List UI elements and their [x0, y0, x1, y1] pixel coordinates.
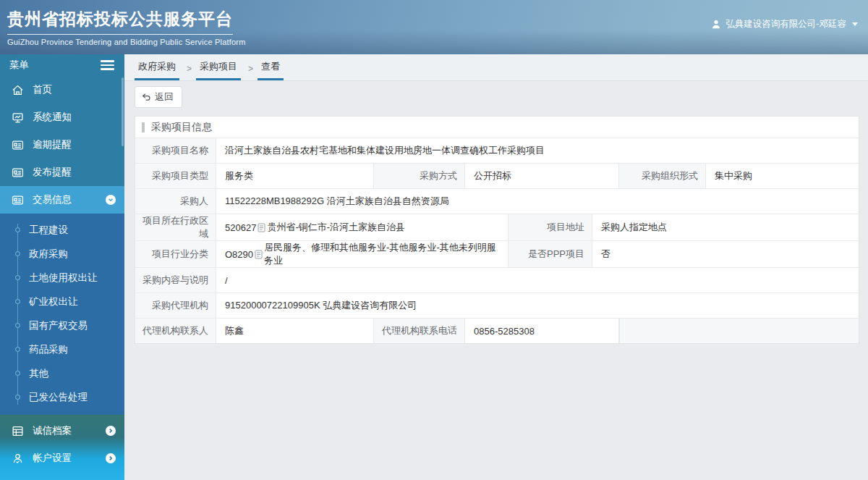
- sidebar: 菜单 首页 系统通知: [0, 54, 124, 480]
- sidebar-item-integrity-archive[interactable]: 诚信档案: [0, 417, 124, 445]
- value-purchase-method: 公开招标: [465, 164, 619, 188]
- label-agency-contact: 代理机构联系人: [135, 319, 216, 343]
- sidebar-subitem-state-property[interactable]: 国有产权交易: [0, 313, 124, 337]
- bullet-icon: [15, 323, 20, 328]
- sidebar-subitem-mining-rights[interactable]: 矿业权出让: [0, 290, 124, 313]
- sidebar-subitem-land-use[interactable]: 土地使用权出让: [0, 266, 124, 290]
- brand: 贵州省招标投标公共服务平台 GuiZhou Province Tendering…: [7, 8, 246, 46]
- panel-title-bar: 采购项目信息: [135, 117, 859, 138]
- chevron-right-circle-icon: [106, 426, 116, 436]
- subitem-label: 土地使用权出让: [29, 271, 98, 285]
- value-content: /: [216, 268, 859, 292]
- value-agency-contact: 陈鑫: [216, 319, 374, 343]
- sidebar-submenu: 工程建设 政府采购 土地使用权出让 矿业权出让 国有产权交易 药品采购 其他 已…: [0, 214, 124, 415]
- breadcrumb-item-procurement-project[interactable]: 采购项目: [196, 60, 241, 80]
- value-agency-phone: 0856-5285308: [465, 319, 619, 343]
- subitem-label: 其他: [29, 367, 48, 380]
- table-row: 项目行业分类 O8290 居民服务、修理和其他服务业-其他服务业-其他未列明服务…: [135, 240, 859, 267]
- sidebar-item-label: 逾期提醒: [33, 138, 116, 151]
- document-icon: [255, 250, 263, 259]
- chevron-right-circle-icon: [106, 453, 116, 463]
- sidebar-item-account-settings[interactable]: 帐户设置: [0, 445, 124, 472]
- sidebar-menu-header: 菜单: [0, 54, 124, 76]
- breadcrumb-item-view[interactable]: 查看: [258, 60, 284, 80]
- sidebar-item-system-notice[interactable]: 系统通知: [0, 104, 124, 131]
- sidebar-item-publish-reminder[interactable]: 发布提醒: [0, 159, 124, 186]
- back-icon: [141, 92, 151, 102]
- breadcrumb-item-gov-procurement[interactable]: 政府采购: [135, 60, 179, 80]
- content-area: 政府采购 > 采购项目 > 查看 返回 采购项目信息: [124, 54, 868, 480]
- sidebar-item-home[interactable]: 首页: [0, 76, 124, 104]
- main-layout: 菜单 首页 系统通知: [0, 54, 868, 480]
- back-button[interactable]: 返回: [135, 86, 182, 108]
- label-is-ppp: 是否PPP项目: [509, 241, 592, 267]
- account-user-icon: [12, 452, 24, 465]
- bullet-icon: [15, 275, 20, 280]
- breadcrumb: 政府采购 > 采购项目 > 查看: [124, 54, 868, 81]
- sidebar-item-label: 系统通知: [33, 111, 116, 124]
- archive-table-icon: [12, 425, 24, 437]
- table-row: 采购代理机构 91520000722109905K 弘典建设咨询有限公司: [135, 292, 859, 318]
- section-marker: [142, 122, 145, 132]
- sidebar-item-label: 帐户设置: [33, 452, 97, 465]
- sidebar-subitem-engineering[interactable]: 工程建设: [0, 218, 124, 242]
- label-purchase-method: 采购方式: [374, 164, 465, 188]
- sidebar-scrollbar[interactable]: [122, 77, 124, 146]
- sidebar-subitem-gov-procurement[interactable]: 政府采购: [0, 242, 124, 266]
- industry-text: 居民服务、修理和其他服务业-其他服务业-其他未列明服务业: [264, 241, 501, 267]
- bullet-icon: [15, 251, 20, 256]
- bullet-icon: [15, 347, 20, 352]
- sidebar-item-label: 发布提醒: [33, 166, 116, 179]
- back-label: 返回: [155, 90, 174, 104]
- empty-cell: [619, 319, 859, 343]
- section-title: 采购项目信息: [151, 121, 212, 134]
- sidebar-item-help-center[interactable]: 帮助中心: [0, 472, 124, 480]
- sidebar-item-transaction-info[interactable]: 交易信息: [0, 186, 124, 214]
- value-org-form: 集中采购: [706, 164, 859, 188]
- sidebar-subitem-published-announcements[interactable]: 已发公告处理: [0, 385, 124, 409]
- subitem-label: 国有产权交易: [29, 319, 88, 332]
- user-name: 弘典建设咨询有限公司-邓廷容: [726, 18, 846, 30]
- breadcrumb-separator: >: [244, 64, 258, 80]
- region-text: 贵州省-铜仁市-沿河土家族自治县: [267, 221, 405, 234]
- label-industry: 项目行业分类: [135, 241, 216, 267]
- table-row: 采购项目名称 沿河土家族自治县农村宅基地和集体建设用地房地一体调查确权工作采购项…: [135, 138, 859, 163]
- region-code: 520627: [225, 222, 256, 233]
- table-row: 项目所在行政区域 520627 贵州省-铜仁市-沿河土家族自治县 项目地址 采购…: [135, 214, 859, 240]
- hamburger-icon[interactable]: [101, 60, 114, 70]
- value-region: 520627 贵州省-铜仁市-沿河土家族自治县: [216, 214, 509, 240]
- bullet-icon: [15, 299, 20, 304]
- label-content: 采购内容与说明: [135, 268, 216, 292]
- sidebar-subitem-drug-procurement[interactable]: 药品采购: [0, 337, 124, 361]
- bullet-icon: [15, 371, 20, 376]
- sidebar-nav: 首页 系统通知 逾期提醒: [0, 76, 124, 214]
- monitor-icon: [12, 111, 24, 124]
- sidebar-item-label: 首页: [33, 83, 116, 96]
- bullet-icon: [15, 395, 20, 400]
- card-list-icon: [12, 167, 24, 179]
- subitem-label: 工程建设: [29, 224, 68, 237]
- toolbar: 返回: [124, 81, 868, 116]
- label-agency: 采购代理机构: [135, 293, 216, 318]
- sidebar-item-label: 交易信息: [33, 193, 97, 206]
- sidebar-nav-bottom: 诚信档案 帐户设置: [0, 415, 124, 480]
- subitem-label: 药品采购: [29, 343, 68, 356]
- value-is-ppp: 否: [592, 241, 859, 267]
- breadcrumb-separator: >: [182, 64, 196, 80]
- label-project-type: 采购项目类型: [135, 164, 216, 188]
- chevron-down-icon: [852, 22, 858, 26]
- card-list-icon: [12, 194, 24, 206]
- label-address: 项目地址: [509, 214, 592, 240]
- subitem-label: 已发公告处理: [29, 391, 88, 404]
- user-menu[interactable]: 弘典建设咨询有限公司-邓廷容: [711, 18, 858, 30]
- project-info-table: 采购项目名称 沿河土家族自治县农村宅基地和集体建设用地房地一体调查确权工作采购项…: [135, 138, 859, 343]
- table-row: 代理机构联系人 陈鑫 代理机构联系电话 0856-5285308: [135, 318, 859, 343]
- sidebar-subitem-other[interactable]: 其他: [0, 361, 124, 385]
- sidebar-item-overdue-reminder[interactable]: 逾期提醒: [0, 131, 124, 159]
- industry-code: O8290: [225, 249, 253, 260]
- label-project-name: 采购项目名称: [135, 138, 216, 163]
- app: 贵州省招标投标公共服务平台 GuiZhou Province Tendering…: [0, 0, 868, 480]
- value-agency: 91520000722109905K 弘典建设咨询有限公司: [216, 293, 859, 318]
- label-region: 项目所在行政区域: [135, 214, 216, 240]
- value-project-name: 沿河土家族自治县农村宅基地和集体建设用地房地一体调查确权工作采购项目: [216, 138, 859, 163]
